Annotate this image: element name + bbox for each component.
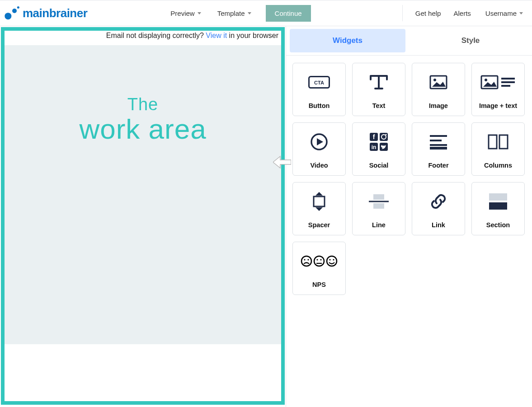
widget-spacer[interactable]: Spacer	[292, 182, 346, 235]
tab-style[interactable]: Style	[413, 29, 528, 52]
svg-point-36	[314, 256, 324, 266]
widget-image[interactable]: Image	[412, 63, 465, 116]
svg-point-35	[307, 259, 309, 260]
work-zone: Email not displaying correctly? View it …	[0, 26, 286, 407]
svg-rect-28	[373, 194, 384, 200]
svg-rect-26	[499, 135, 508, 149]
continue-button[interactable]: Continue	[266, 5, 311, 22]
svg-point-38	[320, 259, 321, 260]
nps-icon	[300, 247, 338, 276]
svg-text:f: f	[373, 133, 375, 140]
widget-image-text[interactable]: Image + text	[471, 63, 525, 116]
widget-button[interactable]: CTA Button	[292, 63, 346, 116]
work-title-line1: The	[79, 95, 206, 114]
svg-rect-25	[489, 135, 497, 149]
widget-social[interactable]: f in Social	[352, 122, 405, 176]
template-label: Template	[217, 9, 245, 17]
username-label: Username	[485, 9, 517, 17]
widget-label: Button	[309, 102, 330, 109]
preview-label: Preview	[170, 9, 194, 17]
widget-label: Link	[432, 221, 445, 229]
widget-label: Image	[429, 102, 448, 109]
widgets-grid: CTA Button Text Image Image	[286, 56, 532, 302]
columns-icon	[487, 127, 509, 156]
image-icon	[429, 68, 447, 97]
tab-widgets[interactable]: Widgets	[290, 29, 405, 52]
email-hint-suffix: in your browser	[227, 32, 278, 39]
work-canvas[interactable]: The work area	[5, 45, 281, 344]
svg-rect-30	[373, 203, 384, 209]
widget-label: NPS	[312, 281, 326, 288]
top-bar: mainbrainer Preview Template Continue Ge…	[0, 0, 532, 26]
svg-rect-32	[489, 202, 507, 210]
brand-logo[interactable]: mainbrainer	[5, 6, 87, 20]
image-text-icon	[480, 68, 516, 97]
email-hint-prefix: Email not displaying correctly?	[106, 32, 206, 39]
logo-icon	[5, 6, 20, 20]
widget-video[interactable]: Video	[292, 122, 346, 176]
svg-point-0	[5, 13, 11, 19]
widget-label: Spacer	[308, 221, 330, 229]
svg-text:CTA: CTA	[314, 80, 324, 85]
text-icon	[369, 68, 389, 97]
social-icon: f in	[369, 127, 389, 156]
line-icon	[368, 187, 390, 216]
video-icon	[310, 127, 328, 156]
widget-footer[interactable]: Footer	[412, 122, 465, 176]
divider	[402, 5, 403, 21]
svg-rect-15	[380, 133, 388, 141]
work-title-line2: work area	[79, 114, 206, 144]
chevron-down-icon	[519, 12, 523, 14]
widget-link[interactable]: Link	[412, 182, 465, 235]
svg-text:in: in	[372, 144, 377, 150]
widget-label: Columns	[484, 162, 512, 169]
svg-point-8	[485, 79, 487, 81]
svg-point-6	[433, 79, 436, 81]
widget-line[interactable]: Line	[352, 182, 405, 235]
svg-point-33	[301, 256, 311, 266]
widget-label: Text	[372, 102, 386, 109]
chevron-down-icon	[198, 12, 201, 14]
widget-label: Image + text	[479, 102, 517, 109]
preview-menu[interactable]: Preview	[169, 7, 202, 20]
section-icon	[487, 187, 509, 216]
svg-point-2	[17, 6, 19, 9]
svg-point-1	[12, 9, 17, 13]
widget-nps[interactable]: NPS	[292, 242, 346, 295]
side-panel: Widgets Style CTA Button Text Image	[286, 26, 532, 407]
widget-label: Section	[486, 221, 510, 229]
work-title: The work area	[79, 95, 206, 344]
svg-point-40	[327, 256, 337, 266]
top-right-nav: Get help Alerts Username	[402, 5, 525, 21]
svg-point-34	[304, 259, 305, 260]
view-in-browser-link[interactable]: View it	[206, 32, 227, 39]
panel-tabs: Widgets Style	[286, 26, 532, 56]
work-frame: Email not displaying correctly? View it …	[1, 27, 285, 405]
svg-point-17	[386, 134, 387, 136]
get-help-link[interactable]: Get help	[415, 9, 441, 17]
main-area: Email not displaying correctly? View it …	[0, 26, 532, 407]
widget-label: Line	[372, 221, 386, 229]
alerts-link[interactable]: Alerts	[453, 9, 471, 17]
link-icon	[429, 187, 447, 216]
template-menu[interactable]: Template	[216, 7, 253, 20]
top-center-nav: Preview Template Continue	[169, 5, 311, 22]
svg-point-41	[329, 259, 330, 260]
chevron-down-icon	[248, 12, 251, 14]
widget-section[interactable]: Section	[471, 182, 525, 235]
svg-point-42	[333, 259, 334, 260]
widget-label: Video	[310, 162, 328, 169]
footer-icon	[429, 127, 448, 156]
brand-name: mainbrainer	[23, 6, 87, 20]
svg-rect-27	[314, 196, 325, 206]
widget-text[interactable]: Text	[352, 63, 405, 116]
cta-button-icon: CTA	[308, 68, 330, 97]
widget-columns[interactable]: Columns	[471, 122, 525, 176]
arrow-left-icon	[273, 155, 291, 169]
username-menu[interactable]: Username	[484, 7, 525, 20]
widget-label: Footer	[428, 162, 448, 169]
svg-rect-31	[489, 193, 507, 201]
spacer-icon	[310, 187, 328, 216]
widget-label: Social	[369, 162, 389, 169]
email-display-hint: Email not displaying correctly? View it …	[5, 31, 281, 40]
